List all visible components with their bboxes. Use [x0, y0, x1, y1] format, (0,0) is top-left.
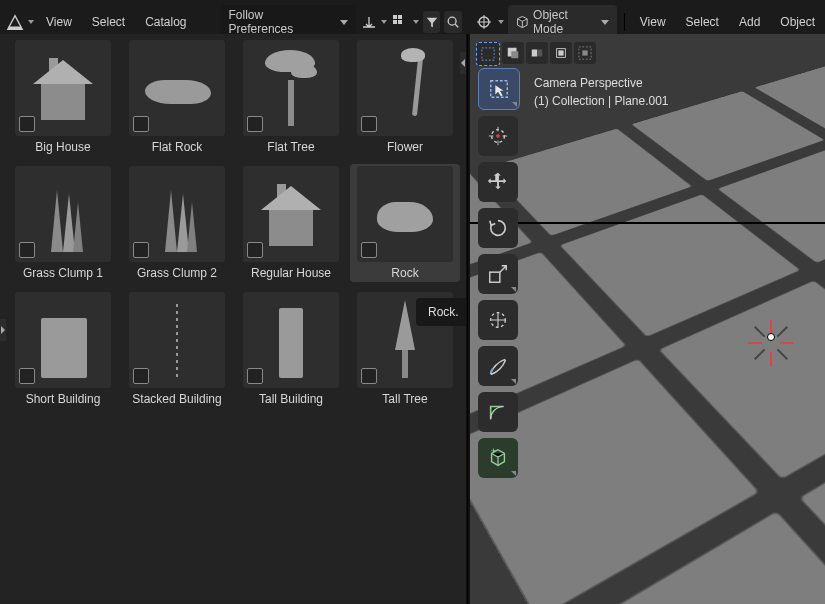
asset-item[interactable]: Flat Tree — [236, 38, 346, 156]
svg-rect-4 — [398, 20, 402, 24]
viewport-selectability-row — [476, 42, 596, 66]
panel-edge-handle[interactable] — [0, 319, 6, 341]
select-visibility-toggle[interactable] — [550, 42, 572, 64]
svg-rect-18 — [582, 50, 587, 55]
tool-move[interactable] — [478, 162, 518, 202]
viewport-info-line1: Camera Perspective — [534, 74, 669, 92]
asset-label: Stacked Building — [132, 392, 221, 406]
asset-menu-catalog[interactable]: Catalog — [137, 12, 194, 32]
chevron-down-icon — [413, 20, 419, 24]
viewport-menu-select[interactable]: Select — [678, 12, 727, 32]
viewport-tool-column: + — [478, 68, 518, 478]
chevron-down-icon — [601, 20, 609, 25]
viewport-info-overlay: Camera Perspective (1) Collection | Plan… — [534, 74, 669, 110]
select-visibility-toggle[interactable] — [526, 42, 548, 64]
asset-label: Tall Tree — [382, 392, 427, 406]
tool-annotate[interactable] — [478, 346, 518, 386]
asset-label: Grass Clump 2 — [137, 266, 217, 280]
asset-item[interactable]: Flower — [350, 38, 460, 156]
svg-point-5 — [448, 17, 456, 25]
svg-point-21 — [496, 134, 500, 138]
tool-select-box[interactable] — [478, 68, 520, 110]
asset-menu-view[interactable]: View — [38, 12, 80, 32]
svg-rect-16 — [558, 50, 563, 55]
viewport-menu-object[interactable]: Object — [772, 12, 823, 32]
editor-type-icon[interactable] — [6, 11, 24, 33]
svg-rect-0 — [9, 27, 22, 30]
chevron-down-icon — [381, 20, 387, 24]
filter-button[interactable] — [423, 11, 441, 33]
search-button[interactable] — [444, 11, 462, 33]
asset-label: Flat Rock — [152, 140, 203, 154]
asset-item[interactable]: Rock — [350, 164, 460, 282]
tool-cursor[interactable] — [478, 116, 518, 156]
asset-item[interactable]: Flat Rock — [122, 38, 232, 156]
asset-label: Regular House — [251, 266, 331, 280]
asset-item[interactable]: Regular House — [236, 164, 346, 282]
asset-item[interactable]: Tall Building — [236, 290, 346, 408]
tool-rotate[interactable] — [478, 208, 518, 248]
asset-item[interactable]: Stacked Building — [122, 290, 232, 408]
asset-label: Big House — [35, 140, 90, 154]
asset-label: Tall Building — [259, 392, 323, 406]
chevron-down-icon — [498, 20, 504, 24]
svg-rect-12 — [511, 51, 518, 58]
asset-library-label: Follow Preferences — [229, 8, 330, 36]
separator — [624, 13, 625, 31]
svg-rect-2 — [398, 15, 402, 19]
viewport-background — [470, 34, 825, 604]
asset-item[interactable]: Short Building — [8, 290, 118, 408]
select-visibility-toggle[interactable] — [502, 42, 524, 64]
viewport-header: Object Mode View Select Add Object — [474, 10, 823, 34]
editor-type-icon[interactable] — [474, 11, 494, 33]
tool-measure[interactable] — [478, 392, 518, 432]
viewport-3d[interactable]: Camera Perspective (1) Collection | Plan… — [470, 34, 825, 604]
tool-scale[interactable] — [478, 254, 518, 294]
svg-line-6 — [455, 24, 458, 27]
asset-item[interactable]: Grass Clump 2 — [122, 164, 232, 282]
asset-menu-select[interactable]: Select — [84, 12, 133, 32]
asset-label: Grass Clump 1 — [23, 266, 103, 280]
tool-transform[interactable] — [478, 300, 518, 340]
svg-rect-26 — [490, 272, 500, 282]
chevron-down-icon — [340, 20, 348, 25]
viewport-info-line2: (1) Collection | Plane.001 — [534, 92, 669, 110]
select-visibility-toggle[interactable] — [574, 42, 596, 64]
asset-header: View Select Catalog Follow Preferences — [6, 10, 462, 34]
import-type-icon[interactable] — [360, 11, 378, 33]
chevron-down-icon — [28, 20, 34, 24]
asset-label: Short Building — [26, 392, 101, 406]
mode-label: Object Mode — [533, 8, 595, 36]
asset-grid: Big HouseFlat RockFlat TreeFlowerGrass C… — [0, 34, 466, 412]
cube-icon — [516, 15, 529, 29]
asset-tooltip: Rock. — [416, 298, 466, 326]
svg-rect-14 — [537, 50, 542, 57]
display-settings-icon[interactable] — [391, 11, 409, 33]
viewport-horizon-line — [470, 222, 825, 224]
svg-rect-1 — [393, 15, 397, 19]
viewport-menu-view[interactable]: View — [632, 12, 674, 32]
asset-browser-panel: Big HouseFlat RockFlat TreeFlowerGrass C… — [0, 34, 466, 604]
panel-edge-handle[interactable] — [460, 52, 466, 74]
asset-label: Flower — [387, 140, 423, 154]
asset-label: Rock — [391, 266, 418, 280]
asset-item[interactable]: Big House — [8, 38, 118, 156]
svg-rect-10 — [482, 48, 494, 60]
viewport-menu-add[interactable]: Add — [731, 12, 768, 32]
svg-rect-3 — [393, 20, 397, 24]
asset-label: Flat Tree — [267, 140, 314, 154]
asset-item[interactable]: Grass Clump 1 — [8, 164, 118, 282]
tool-add-primitive[interactable]: + — [478, 438, 518, 478]
svg-rect-13 — [532, 50, 537, 57]
select-all-toggle[interactable] — [476, 42, 500, 66]
svg-text:+: + — [491, 447, 496, 456]
